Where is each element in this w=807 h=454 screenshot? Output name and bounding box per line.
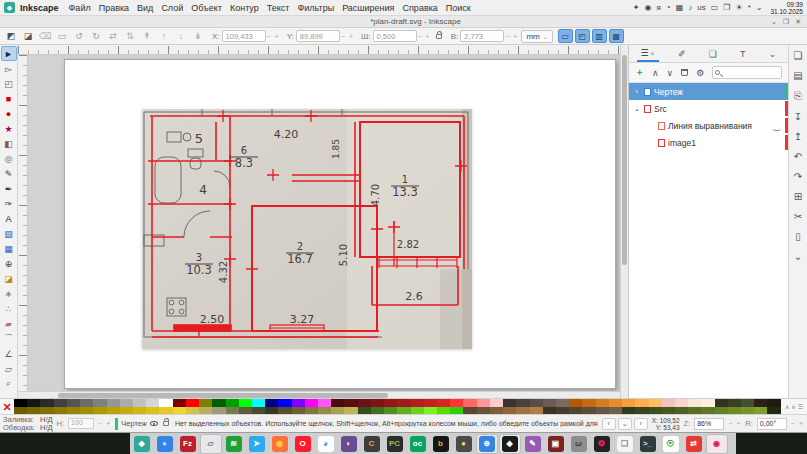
commands-more-icon[interactable]: ⌄ xyxy=(794,251,802,262)
security-icon[interactable]: ✦ xyxy=(633,3,640,12)
palette-scroll-control[interactable]: ∧ xyxy=(785,403,789,410)
status-nav-button[interactable]: ⌄ xyxy=(618,418,632,430)
rotate-ccw-icon[interactable]: ↺ xyxy=(72,31,86,41)
color-swatch[interactable] xyxy=(503,399,516,407)
deselect-icon[interactable]: ⌫ xyxy=(38,31,52,41)
taskbar-purple-app[interactable]: ◗ xyxy=(338,434,360,454)
status-nav-button[interactable]: › xyxy=(634,418,648,430)
taskbar-firefox[interactable]: ◉ xyxy=(269,434,291,454)
layer-lock-icon[interactable] xyxy=(163,421,169,426)
window-titlebar[interactable]: *plan-draft.svg - Inkscape ⌄❐✕ xyxy=(0,16,807,28)
lower-icon[interactable]: ↓ xyxy=(174,31,188,41)
text-tool[interactable]: A xyxy=(1,211,17,226)
scale-pattern-toggle[interactable]: ▦ xyxy=(609,29,624,43)
spiral-tool[interactable]: ◎ xyxy=(1,151,17,166)
menu-Справка[interactable]: Справка xyxy=(399,2,442,14)
box3d-tool[interactable]: ◧ xyxy=(1,136,17,151)
taskbar-pycharm[interactable]: PC xyxy=(384,434,406,454)
raise-icon[interactable]: ↑ xyxy=(157,31,171,41)
color-swatch[interactable] xyxy=(477,399,490,407)
layer-row-Src[interactable]: ⌄Src xyxy=(629,100,788,117)
layer-row-Линия выравнивания[interactable]: Линия выравнивания‿ xyxy=(629,117,788,134)
color-swatch[interactable] xyxy=(701,399,714,407)
menu-Правка[interactable]: Правка xyxy=(95,2,133,14)
taskbar-color-wheel[interactable]: ❂ xyxy=(591,434,613,454)
lock-ratio-icon[interactable] xyxy=(436,34,442,39)
color-swatch[interactable] xyxy=(27,399,40,407)
color-swatch[interactable] xyxy=(146,399,159,407)
close-button[interactable]: ✕ xyxy=(795,18,801,26)
pencil-tool[interactable]: ✎ xyxy=(1,166,17,181)
menu-Файл[interactable]: Файл xyxy=(65,2,95,14)
tweak-tool[interactable]: ∗ xyxy=(1,286,17,301)
updates-icon[interactable]: ◔ xyxy=(666,3,671,12)
taskbar-filezilla[interactable]: Fz xyxy=(177,434,199,454)
color-swatch[interactable] xyxy=(490,399,503,407)
volume-icon[interactable]: ♪ xyxy=(688,3,692,12)
objects-tab[interactable]: ☰✕ xyxy=(637,46,659,62)
color-swatch[interactable] xyxy=(305,399,318,407)
menu-Объект[interactable]: Объект xyxy=(187,2,226,14)
menu-Расширения[interactable]: Расширения xyxy=(338,2,398,14)
taskbar-chrome[interactable]: ◕ xyxy=(315,434,337,454)
open-document-icon[interactable]: ▤ xyxy=(793,70,802,81)
units-dropdown[interactable]: mm⌄ xyxy=(521,30,552,43)
color-swatch[interactable] xyxy=(292,399,305,407)
taskbar-red-arrows[interactable]: ⇄ xyxy=(683,434,705,454)
connector-tool[interactable]: ⌒ xyxy=(1,331,17,346)
gradient-tool[interactable]: ▨ xyxy=(1,226,17,241)
color-swatch[interactable] xyxy=(609,399,622,407)
color-swatch[interactable] xyxy=(371,399,384,407)
select-all-icon[interactable]: ◩ xyxy=(4,31,18,41)
more-tabs-chevron[interactable]: ⌄ xyxy=(765,47,781,61)
color-swatch[interactable] xyxy=(569,399,582,407)
copy-icon[interactable]: ⊞ xyxy=(794,191,802,202)
zoom-tool[interactable]: ⌕ xyxy=(1,376,17,391)
raise-layer-button[interactable]: ∧ xyxy=(652,68,659,78)
color-swatch[interactable] xyxy=(715,399,728,407)
node-tool[interactable]: ▻ xyxy=(1,61,17,76)
color-swatch[interactable] xyxy=(186,399,199,407)
dropper-tool[interactable]: ⊕ xyxy=(1,256,17,271)
cut-icon[interactable]: ✂ xyxy=(794,211,802,222)
color-swatch[interactable] xyxy=(516,399,529,407)
delete-layer-button[interactable] xyxy=(681,69,688,76)
taskbar-b-app[interactable]: b xyxy=(430,434,452,454)
opacity-field[interactable]: 100 xyxy=(68,418,94,429)
selector-tool[interactable]: ► xyxy=(1,46,17,61)
y-field[interactable]: 89,899 xyxy=(296,30,340,42)
lower-layer-button[interactable]: ∨ xyxy=(667,68,674,78)
palette-scroll-control[interactable]: ∨ xyxy=(791,403,795,410)
expander-icon[interactable]: › xyxy=(633,88,641,95)
measure-tool[interactable]: ∠ xyxy=(1,346,17,361)
flip-vertical-icon[interactable]: ⇅ xyxy=(123,31,137,41)
eraser-tool[interactable]: ▰ xyxy=(1,316,17,331)
color-swatch[interactable] xyxy=(741,399,754,407)
redo-icon[interactable]: ↷ xyxy=(794,171,802,182)
scale-stroke-toggle[interactable]: ▭ xyxy=(558,29,573,43)
vertical-scrollbar[interactable] xyxy=(620,45,628,398)
close-tab-icon[interactable]: ✕ xyxy=(650,51,655,57)
menu-Контур[interactable]: Контур xyxy=(226,2,263,14)
layer-settings-icon[interactable]: ⚙ xyxy=(696,68,704,78)
star-tool[interactable]: ★ xyxy=(1,121,17,136)
vertical-ruler[interactable] xyxy=(18,55,28,391)
color-swatch[interactable] xyxy=(450,399,463,407)
taskbar-browser-blue[interactable]: ● xyxy=(154,434,176,454)
color-swatch[interactable] xyxy=(767,399,780,407)
color-swatch[interactable] xyxy=(239,399,252,407)
workspaces-icon[interactable]: ❐ xyxy=(723,3,730,12)
color-swatch[interactable] xyxy=(93,399,106,407)
color-swatch[interactable] xyxy=(543,399,556,407)
text-tab[interactable]: T xyxy=(736,47,750,61)
translate-icon[interactable]: я xyxy=(657,3,661,12)
scale-corners-toggle[interactable]: ◰ xyxy=(575,29,590,43)
color-swatch[interactable] xyxy=(582,399,595,407)
fill-stroke-tab[interactable]: ✐ xyxy=(674,47,690,61)
taskbar-earth[interactable]: ⊕ xyxy=(476,434,498,454)
taskbar-c-editor[interactable]: C xyxy=(361,434,383,454)
color-swatch[interactable] xyxy=(54,399,67,407)
color-swatch[interactable] xyxy=(67,399,80,407)
taskbar-inkscape-active[interactable]: ◆ xyxy=(499,434,521,454)
canvas[interactable]: 544.201.854.702.822.64.325.102.503.2768.… xyxy=(28,55,620,391)
